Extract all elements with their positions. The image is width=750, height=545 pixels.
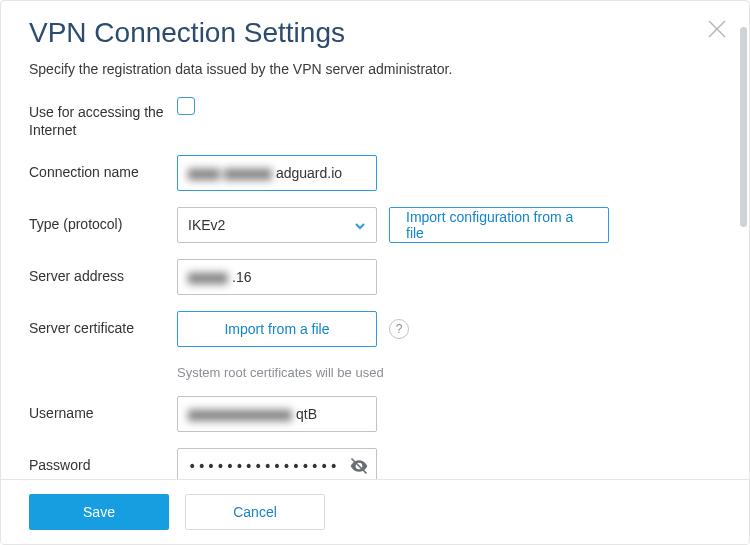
redacted-text: ▮▮▮▮▮ xyxy=(188,269,228,285)
close-button[interactable] xyxy=(703,15,731,43)
server-address-label: Server address xyxy=(29,259,177,285)
row-connection-name: Connection name ▮▮▮▮ ▮▮▮▮▮▮adguard.io xyxy=(29,155,721,191)
type-select[interactable]: IKEv2 xyxy=(177,207,377,243)
redacted-text: ▮▮▮▮▮▮▮▮▮▮▮▮▮ xyxy=(188,406,292,422)
cancel-button[interactable]: Cancel xyxy=(185,494,325,530)
use-internet-label: Use for accessing the Internet xyxy=(29,95,177,139)
connection-name-input[interactable]: ▮▮▮▮ ▮▮▮▮▮▮adguard.io xyxy=(177,155,377,191)
password-input[interactable]: •••••••••••••••• xyxy=(177,448,377,479)
server-address-value: .16 xyxy=(232,269,251,285)
server-address-input[interactable]: ▮▮▮▮▮.16 xyxy=(177,259,377,295)
save-button[interactable]: Save xyxy=(29,494,169,530)
vpn-settings-dialog: VPN Connection Settings Specify the regi… xyxy=(0,0,750,545)
close-icon xyxy=(706,18,728,40)
redacted-text: ▮▮▮▮ ▮▮▮▮▮▮ xyxy=(188,165,272,181)
dialog-content: VPN Connection Settings Specify the regi… xyxy=(1,1,749,479)
import-config-button[interactable]: Import configuration from a file xyxy=(389,207,609,243)
username-value: qtB xyxy=(296,406,317,422)
row-type: Type (protocol) IKEv2 Import configurati… xyxy=(29,207,721,243)
dialog-footer: Save Cancel xyxy=(1,479,749,544)
server-cert-label: Server certificate xyxy=(29,311,177,337)
type-value: IKEv2 xyxy=(188,217,225,233)
row-server-cert: Server certificate Import from a file ? … xyxy=(29,311,721,380)
eye-off-icon xyxy=(349,456,369,476)
import-cert-button[interactable]: Import from a file xyxy=(177,311,377,347)
server-cert-hint: System root certificates will be used xyxy=(177,365,384,380)
use-internet-checkbox[interactable] xyxy=(177,97,195,115)
connection-name-value: adguard.io xyxy=(276,165,342,181)
connection-name-label: Connection name xyxy=(29,155,177,181)
row-use-internet: Use for accessing the Internet xyxy=(29,95,721,139)
chevron-down-icon xyxy=(354,219,366,231)
type-label: Type (protocol) xyxy=(29,207,177,233)
username-input[interactable]: ▮▮▮▮▮▮▮▮▮▮▮▮▮qtB xyxy=(177,396,377,432)
dialog-subtitle: Specify the registration data issued by … xyxy=(29,61,721,77)
row-password: Password •••••••••••••••• xyxy=(29,448,721,479)
toggle-password-visibility[interactable] xyxy=(349,456,369,476)
password-label: Password xyxy=(29,448,177,474)
password-value: •••••••••••••••• xyxy=(188,458,339,474)
scrollbar-thumb[interactable] xyxy=(740,27,747,227)
username-label: Username xyxy=(29,396,177,422)
row-username: Username ▮▮▮▮▮▮▮▮▮▮▮▮▮qtB xyxy=(29,396,721,432)
help-icon[interactable]: ? xyxy=(389,319,409,339)
row-server-address: Server address ▮▮▮▮▮.16 xyxy=(29,259,721,295)
dialog-title: VPN Connection Settings xyxy=(29,17,721,49)
